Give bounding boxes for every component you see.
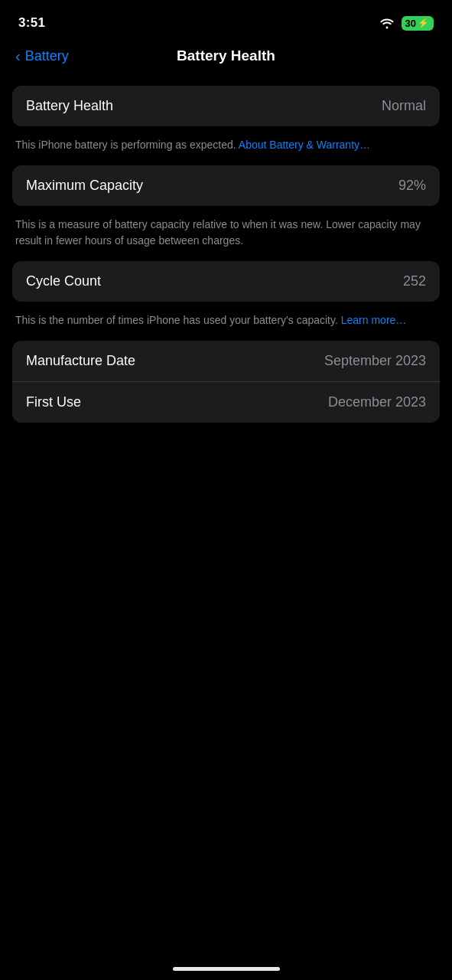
cycle-count-value: 252 <box>403 273 426 289</box>
back-chevron-icon: ‹ <box>15 48 21 64</box>
battery-health-card: Battery Health Normal <box>12 86 440 126</box>
manufacture-date-row: Manufacture Date September 2023 <box>12 341 440 381</box>
first-use-value: December 2023 <box>328 394 426 410</box>
status-time: 3:51 <box>18 15 45 31</box>
dates-card: Manufacture Date September 2023 First Us… <box>12 341 440 423</box>
learn-more-link[interactable]: Learn more… <box>341 314 407 326</box>
maximum-capacity-label: Maximum Capacity <box>26 178 143 194</box>
maximum-capacity-description: This is a measure of battery capacity re… <box>12 212 440 261</box>
battery-health-row: Battery Health Normal <box>12 86 440 126</box>
battery-health-label: Battery Health <box>26 98 113 114</box>
back-label: Battery <box>25 48 69 64</box>
battery-indicator: 30 ⚡ <box>402 16 434 31</box>
charging-icon: ⚡ <box>418 18 429 28</box>
battery-health-description: This iPhone battery is performing as exp… <box>12 132 440 165</box>
about-battery-link[interactable]: About Battery & Warranty… <box>239 139 370 151</box>
battery-level: 30 <box>405 18 416 29</box>
battery-health-value: Normal <box>382 98 426 114</box>
first-use-label: First Use <box>26 394 81 410</box>
maximum-capacity-card: Maximum Capacity 92% <box>12 165 440 206</box>
wifi-icon <box>379 17 395 29</box>
cycle-count-row: Cycle Count 252 <box>12 261 440 302</box>
page-title: Battery Health <box>177 47 275 64</box>
status-bar: 3:51 30 ⚡ <box>0 0 452 41</box>
back-button[interactable]: ‹ Battery <box>15 48 69 64</box>
cycle-count-card: Cycle Count 252 <box>12 261 440 302</box>
status-icons: 30 ⚡ <box>379 16 434 31</box>
nav-header: ‹ Battery Battery Health <box>0 41 452 80</box>
main-content: Battery Health Normal This iPhone batter… <box>0 80 452 435</box>
home-indicator <box>173 967 280 971</box>
maximum-capacity-row: Maximum Capacity 92% <box>12 165 440 206</box>
manufacture-date-label: Manufacture Date <box>26 353 135 369</box>
first-use-row: First Use December 2023 <box>12 381 440 423</box>
cycle-count-label: Cycle Count <box>26 273 101 289</box>
cycle-count-description: This is the number of times iPhone has u… <box>12 308 440 341</box>
maximum-capacity-value: 92% <box>398 178 426 194</box>
manufacture-date-value: September 2023 <box>324 353 426 369</box>
